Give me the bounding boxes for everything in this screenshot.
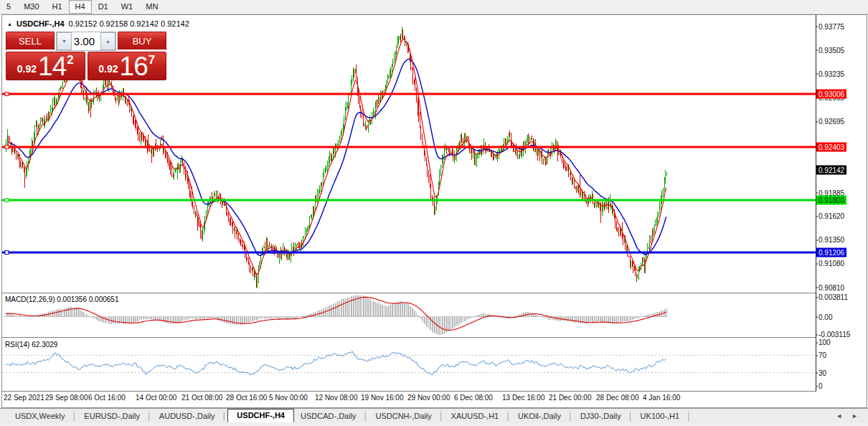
chart-tab-usdchf-h4[interactable]: USDCHF-,H4 [227, 409, 294, 422]
time-label: 5 Nov 00:00 [269, 394, 308, 402]
tab-nav: ◄ ► [836, 412, 858, 420]
time-label: 22 Sep 2021 [4, 394, 44, 402]
time-label: 19 Nov 16:00 [361, 394, 404, 402]
buy-price-prefix: 0.92 [98, 63, 118, 75]
time-axis[interactable]: 22 Sep 202129 Sep 08:006 Oct 16:0014 Oct… [2, 394, 816, 404]
collapse-icon[interactable]: ▲ [7, 20, 12, 28]
timeframe-button-5[interactable]: 5 [0, 0, 17, 14]
macd-label: MACD(12,26,9) 0.001356 0.000651 [5, 295, 118, 303]
sell-price-prefix: 0.92 [17, 63, 37, 75]
rsi-line [6, 351, 666, 375]
tab-divider: │ [686, 412, 692, 420]
time-label: 28 Dec 08:00 [596, 394, 639, 402]
time-label: 6 Oct 16:00 [88, 394, 126, 402]
rsi-value: 62.3029 [32, 341, 57, 349]
level-handle[interactable] [5, 146, 9, 149]
chart-tab-usdcnh-daily[interactable]: USDCNH-,Daily [369, 410, 438, 422]
time-label: 13 Dec 16:00 [502, 394, 545, 402]
chart-tab-audusd-daily[interactable]: AUDUSD-,Daily [153, 410, 222, 422]
macd-values: 0.001356 0.000651 [57, 295, 118, 303]
timeframe-button-h4[interactable]: H4 [69, 0, 92, 14]
spinner-down-icon: ▼ [62, 39, 67, 44]
sell-button[interactable]: SELL [6, 32, 55, 51]
tab-divider: │ [505, 412, 511, 420]
tab-divider: │ [71, 412, 77, 420]
time-label: 29 Nov 00:00 [407, 394, 450, 402]
macd-name: MACD(12,26,9) [5, 295, 55, 303]
chart-tab-ukoil-daily[interactable]: UKOil-,Daily [511, 410, 567, 422]
rsi-name: RSI(14) [5, 341, 29, 349]
bottom-strip [0, 423, 868, 426]
tab-nav-left-icon[interactable]: ◄ [836, 412, 842, 420]
chart-tab-usdx-weekly[interactable]: USDX,Weekly [9, 410, 71, 422]
tab-divider: │ [438, 412, 445, 420]
level-handle[interactable] [5, 251, 9, 255]
volume-increase-button[interactable]: ▲ [100, 32, 115, 50]
time-label: 28 Oct 16:00 [226, 394, 267, 402]
slow-ma-line [9, 59, 666, 255]
timeframe-button-d1[interactable]: D1 [92, 0, 115, 14]
chart-tab-bar: USDX,Weekly│EURUSD-,Daily│AUDUSD-,Daily│… [0, 408, 868, 423]
tab-divider: │ [221, 412, 227, 420]
sell-price-sup: 2 [67, 53, 73, 67]
buy-button[interactable]: BUY [118, 32, 166, 51]
symbol-header: ▲ USDCHF-,H4 0.92152 0.92158 0.92142 0.9… [7, 19, 189, 28]
time-label: 4 Jan 16:00 [643, 394, 680, 402]
tab-divider: │ [628, 412, 634, 420]
symbol-title: USDCHF-,H4 [16, 19, 65, 28]
timeframe-toolbar: 5M30H1H4D1W1MN [0, 0, 868, 14]
time-label: 14 Oct 00:00 [136, 394, 176, 402]
timeframe-button-m30[interactable]: M30 [17, 0, 45, 14]
level-handle[interactable] [5, 93, 9, 96]
macd-panel-canvas[interactable] [2, 294, 816, 337]
spinner-up-icon: ▲ [105, 39, 110, 44]
panel-separator[interactable] [2, 337, 816, 339]
mt4-window: { "toolbar": {"timeframes": ["5","M30","… [0, 0, 868, 426]
rsi-label: RSI(14) 62.3029 [5, 341, 57, 349]
one-click-trading-panel: SELL ▼ 3.00 ▲ BUY 0.92 14 2 0.92 16 7 [6, 32, 166, 80]
time-label: 6 Dec 08:00 [454, 394, 493, 402]
timeframe-button-mn[interactable]: MN [139, 0, 164, 14]
timeframe-button-h1[interactable]: H1 [46, 0, 69, 14]
sell-price-box[interactable]: 0.92 14 2 [6, 52, 85, 80]
time-label: 29 Sep 08:00 [45, 394, 88, 402]
tab-divider: │ [567, 412, 574, 420]
tab-divider: │ [363, 412, 369, 420]
time-label: 12 Nov 08:00 [315, 394, 358, 402]
time-label: 21 Dec 00:00 [549, 394, 592, 402]
volume-field[interactable]: 3.00 [72, 32, 100, 50]
symbol-ohlc: 0.92152 0.92158 0.92142 0.92142 [69, 19, 189, 28]
buy-price-sup: 7 [148, 53, 155, 67]
level-handle[interactable] [5, 199, 9, 202]
volume-decrease-button[interactable]: ▼ [57, 32, 72, 50]
chart-tab-xauusd-h1[interactable]: XAUUSD-,H1 [445, 410, 506, 422]
price-axis-line [816, 15, 816, 392]
timeframe-button-w1[interactable]: W1 [115, 0, 140, 14]
panel-separator [2, 391, 816, 392]
volume-spinner: ▼ 3.00 ▲ [56, 32, 116, 51]
buy-price-big: 16 [120, 55, 148, 78]
chart-tab-usdcad-daily[interactable]: USDCAD-,Daily [294, 410, 363, 422]
tab-nav-right-icon[interactable]: ► [852, 412, 858, 420]
buy-price-box[interactable]: 0.92 16 7 [88, 52, 167, 80]
sell-price-big: 14 [38, 55, 66, 78]
chart-tab-eurusd-daily[interactable]: EURUSD-,Daily [77, 410, 146, 422]
chart-tab-dj30-daily[interactable]: DJ30-,Daily [574, 410, 628, 422]
rsi-panel-canvas[interactable] [2, 339, 816, 391]
time-label: 21 Oct 08:00 [181, 394, 222, 402]
tab-divider: │ [146, 412, 153, 420]
chart-tab-uk100-h1[interactable]: UK100-,H1 [634, 410, 686, 422]
